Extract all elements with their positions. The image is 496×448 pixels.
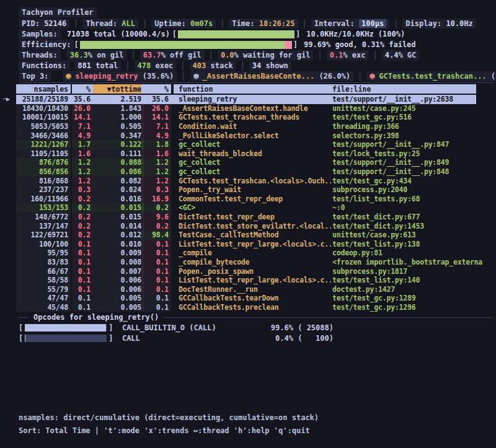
cell-p1: 0.1: [72, 240, 93, 249]
opcode-bar-close: ]: [108, 323, 113, 332]
cell-p2: 98.4: [141, 231, 171, 240]
table-row[interactable]: 856/8561.20.0861.2gc_collecttest/support…: [0, 167, 496, 177]
status-item: Interval: 100µs: [311, 19, 389, 29]
function-stat-value: 403: [193, 61, 206, 70]
cell-p2: 35.6: [141, 95, 171, 104]
status-item: Uptime: 0m07s: [151, 19, 216, 29]
footer-legend: nsamples: direct/cumulative (direct=exec…: [19, 413, 319, 423]
table-row[interactable]: 18430/1843026.01.84326.0_AssertRaisesBas…: [0, 104, 496, 113]
cell-ns: 58/58: [16, 276, 71, 285]
status-item: Time: 18:26:25: [229, 19, 298, 29]
table-row[interactable]: 237/2370.30.0240.3Popen._try_waitsubproc…: [0, 185, 496, 195]
cell-tot: 0.086: [93, 167, 144, 177]
table-row[interactable]: 58/580.10.0060.1ListTest.test_repr_large…: [0, 276, 496, 285]
separator: │: [317, 51, 322, 59]
cell-p1: 0.2: [72, 221, 93, 231]
cell-ns: 1105/1105: [16, 149, 71, 159]
cell-fn: Popen._posix_spawn: [179, 266, 331, 276]
thread-stat-value: 36.3: [70, 51, 88, 59]
thread-stat: 4.4% GC: [382, 50, 420, 60]
cell-file: test/test_gc.py:1289: [332, 294, 496, 303]
status-item-value: ALL: [122, 19, 135, 28]
cell-tot: 0.006: [93, 284, 144, 294]
table-row[interactable]: 1221/12671.70.1221.8gc_collecttest/suppo…: [0, 140, 496, 149]
top3-label: Top 3:: [22, 72, 48, 81]
cell-fn: DocTestRunner.__run: [179, 284, 331, 294]
table-row[interactable]: 3466/34664.90.3474.9_PollLikeSelector.se…: [0, 131, 496, 140]
cell-ns: 1221/1267: [16, 140, 71, 149]
table-row[interactable]: 1105/11051.60.1111.6wait_threads_blocked…: [0, 149, 496, 159]
table-row[interactable]: 47/470.10.0050.1GCCallbackTests.tearDown…: [0, 294, 496, 303]
top3-entries: sleeping_retry (35.6%)│_AssertRaisesBase…: [63, 71, 496, 81]
cell-tot: 0.005: [93, 303, 144, 312]
thread-stat-value: 0.1: [330, 51, 343, 59]
table-row[interactable]: 5053/50537.10.5057.1Condition.waitthread…: [0, 122, 496, 131]
cell-p1: 0.3: [72, 185, 93, 195]
table-row[interactable]: 876/8761.20.0881.2gc_collecttest/support…: [0, 158, 496, 167]
thread-stat-value: 0.0: [221, 51, 234, 59]
table-row[interactable]: 10001/1001514.11.00014.1GCTests.test_tra…: [0, 113, 496, 122]
cell-p1: 7.1: [72, 122, 93, 131]
cell-fn: gc_collect: [179, 167, 331, 177]
efficiency-line: Efficiency: [ ] 99.69% good, 0.31% faile…: [19, 40, 416, 50]
cell-fn: GCCallbackTests.tearDown: [179, 294, 331, 303]
cell-p1: 0.2: [72, 195, 93, 204]
cell-ns: 148/6772: [16, 213, 71, 222]
status-item: Thread: ALL: [82, 19, 138, 29]
cell-ns: 856/856: [16, 167, 71, 177]
cell-tot: 0.006: [93, 276, 144, 285]
table-row[interactable]: 816/8681.20.0821.2GCTests.test_trashcan.…: [0, 176, 496, 185]
table-row[interactable]: 100/1000.10.0100.1ListTest.test_repr_lar…: [0, 240, 496, 249]
cell-p2: 1.2: [141, 158, 171, 167]
cell-fn: GCTests.test_trashcan.<locals>.Ouch...: [179, 176, 331, 185]
top3-entry: GCTests.test_trashcan... (14.1%): [366, 71, 496, 81]
separator: │: [241, 61, 245, 70]
cell-p1: 0.1: [72, 284, 93, 294]
table-row[interactable]: 153/1530.20.0150.2<GC>~:0: [0, 203, 496, 213]
cell-fn: _AssertRaisesBaseContext.handle: [179, 104, 331, 113]
table-row[interactable]: 122/697210.20.01298.4TestCase._callTestM…: [0, 231, 496, 240]
table-row[interactable]: 25188/2518935.62.51935.6sleeping_retryte…: [0, 95, 496, 104]
function-stat-value: 881: [78, 61, 91, 70]
top3-entry: _AssertRaisesBaseConte... (26.0%): [190, 71, 353, 81]
title-line: Tachyon Profiler: [19, 7, 97, 17]
cell-tot: 0.111: [93, 149, 144, 159]
table-row[interactable]: 55/790.10.0060.1DocTestRunner.__rundocte…: [0, 284, 496, 294]
cell-tot: 1.843: [93, 104, 144, 113]
opcode-stat: 0.4% ( 100): [248, 334, 334, 343]
status-item-label: Interval:: [314, 19, 359, 28]
cell-tot: 0.016: [93, 195, 144, 204]
cell-ns: 18430/18430: [16, 104, 71, 113]
table-row[interactable]: 45/480.10.0050.1GCCallbackTests.preclean…: [0, 303, 496, 312]
cell-p2: 0.3: [141, 185, 171, 195]
status-item-label: Uptime:: [154, 19, 190, 28]
opcode-bar: [25, 335, 107, 342]
opcode-bar-close: ]: [108, 334, 113, 343]
column-header-function[interactable]: function: [174, 84, 332, 94]
table-row[interactable]: 137/1470.20.0140.2DictTest.test_store_ev…: [0, 221, 496, 231]
cell-tot: 0.015: [93, 213, 144, 222]
efficiency-bar-close: ]: [293, 40, 298, 49]
cell-ns: 47/47: [16, 294, 71, 303]
column-header-tottime-sorted[interactable]: ▼tottime: [93, 84, 144, 94]
column-header-percent-tot[interactable]: %: [141, 84, 171, 94]
cell-tot: 1.000: [93, 113, 144, 122]
table-row[interactable]: 148/67720.20.0159.6DictTest.test_repr_de…: [0, 213, 496, 222]
cell-file: selectors.py:398: [332, 131, 496, 140]
cell-file: test/support/__init__.py:849: [332, 158, 496, 167]
samples-bar-fill: [178, 30, 294, 38]
column-header-percent-total[interactable]: %: [72, 84, 93, 94]
table-row[interactable]: 66/670.10.0070.1Popen._posix_spawnsubpro…: [0, 266, 496, 276]
function-stat-suffix: shown: [261, 61, 288, 70]
cell-file: subprocess.py:2040: [332, 185, 496, 195]
separator: │: [303, 19, 307, 28]
function-stat: 403 stack: [190, 61, 236, 71]
cell-p1: 4.9: [72, 131, 93, 140]
opcode-stat: 99.6% ( 25088): [248, 323, 334, 332]
table-row[interactable]: 160/119660.20.01616.9CommonTest.test_rep…: [0, 195, 496, 204]
table-row[interactable]: 95/950.10.0090.1_compilecodeop.py:81: [0, 248, 496, 258]
threads-segments: 36.3% on gil│63.7% off gil│0.0% waiting …: [67, 50, 420, 60]
column-header-nsamples[interactable]: nsamples: [16, 84, 71, 94]
table-row[interactable]: 83/830.10.0080.1_compile_bytecode<frozen…: [0, 258, 496, 267]
column-header-file-line[interactable]: file:line: [332, 84, 476, 94]
